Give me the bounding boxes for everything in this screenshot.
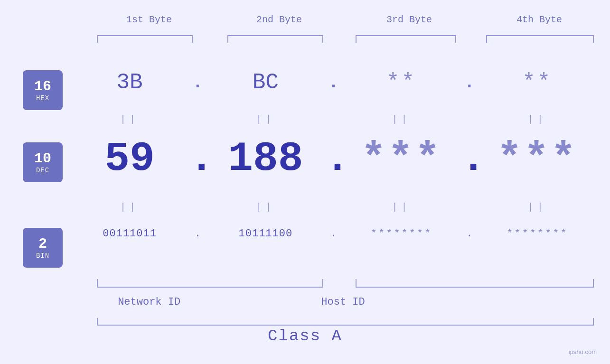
class-label: Class A [0,327,610,345]
dec-base-label: DEC [36,167,49,174]
dec-val-b3: *** [342,135,461,182]
bin-base-badge: 2 BIN [23,228,63,268]
byte3-header: 3rd Byte [353,14,466,25]
dec-dot-1: . [189,135,206,182]
dec-dot-3: . [461,135,478,182]
eq-row-1: || || || || [70,114,597,125]
host-id-label: Host ID [264,296,422,308]
bin-val-b1: 00111011 [70,228,189,240]
eq-row-2: || || || || [70,202,597,213]
eq-1-b2: || [206,114,325,125]
bin-val-b2: 10111100 [206,228,325,240]
dec-val-b1: 59 [70,135,189,182]
eq-2-b4: || [478,202,597,213]
hex-val-b3: ** [342,70,461,95]
main-container: 1st Byte 2nd Byte 3rd Byte 4th Byte 16 H… [0,0,610,364]
watermark: ipshu.com [569,348,597,355]
bin-base-num: 2 [38,236,47,252]
hex-dot-3: . [461,73,478,93]
dec-val-b2: 188 [206,135,325,182]
dec-base-num: 10 [34,151,51,167]
dec-row: 59 . 188 . *** . *** [70,135,597,182]
bin-row: 00111011 . 10111100 . ******** . *******… [70,228,597,240]
section-labels-row: Network ID Host ID [70,296,597,308]
hex-base-badge: 16 HEX [23,70,63,110]
hex-val-b2: BC [206,70,325,95]
hex-base-num: 16 [34,79,51,94]
bin-dot-2: . [325,228,342,240]
bin-val-b3: ******** [342,228,461,240]
byte-headers-row: 1st Byte 2nd Byte 3rd Byte 4th Byte [93,14,596,25]
dec-base-badge: 10 DEC [23,142,63,182]
eq-1-b1: || [70,114,189,125]
bin-val-b4: ******** [478,228,597,240]
bin-dot-1: . [189,228,206,240]
hex-row: 3B . BC . ** . ** [70,70,597,95]
byte2-header: 2nd Byte [223,14,336,25]
byte4-header: 4th Byte [483,14,596,25]
bin-dot-3: . [461,228,478,240]
hex-val-b1: 3B [70,70,189,95]
eq-2-b1: || [70,202,189,213]
hex-base-label: HEX [36,94,49,102]
hex-val-b4: ** [478,70,597,95]
hex-dot-1: . [189,73,206,93]
byte1-header: 1st Byte [93,14,206,25]
eq-1-b3: || [342,114,461,125]
eq-2-b3: || [342,202,461,213]
dec-val-b4: *** [478,135,597,182]
eq-1-b4: || [478,114,597,125]
hex-dot-2: . [325,73,342,93]
dec-dot-2: . [325,135,342,182]
eq-2-b2: || [206,202,325,213]
bin-base-label: BIN [36,252,49,260]
network-id-label: Network ID [70,296,228,308]
